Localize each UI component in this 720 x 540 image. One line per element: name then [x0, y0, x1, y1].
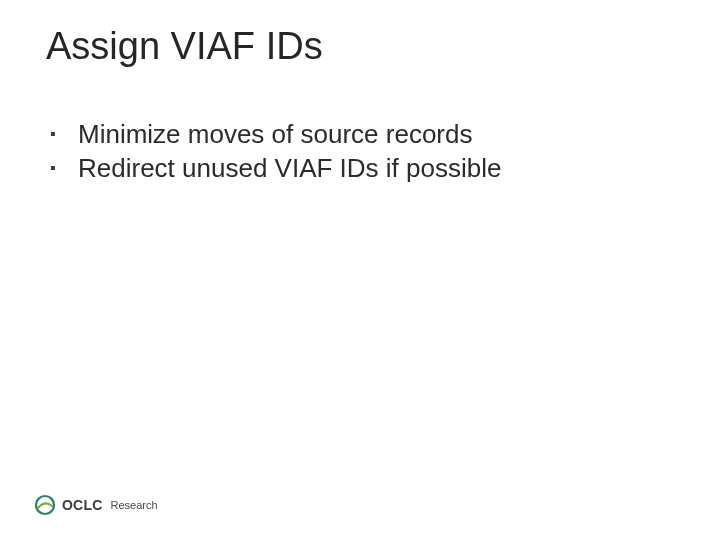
oclc-swirl-icon: [34, 494, 56, 516]
list-item: ▪ Redirect unused VIAF IDs if possible: [46, 152, 680, 184]
footer-logo: OCLC Research: [34, 494, 158, 516]
logo-text-sub: Research: [110, 499, 157, 511]
slide-body: ▪ Minimize moves of source records ▪ Red…: [46, 118, 680, 186]
slide: Assign VIAF IDs ▪ Minimize moves of sour…: [0, 0, 720, 540]
slide-title: Assign VIAF IDs: [46, 26, 323, 68]
bullet-text: Redirect unused VIAF IDs if possible: [78, 152, 501, 184]
list-item: ▪ Minimize moves of source records: [46, 118, 680, 150]
logo-text-main: OCLC: [62, 497, 102, 513]
bullet-text: Minimize moves of source records: [78, 118, 472, 150]
bullet-icon: ▪: [46, 118, 78, 150]
bullet-icon: ▪: [46, 152, 78, 184]
